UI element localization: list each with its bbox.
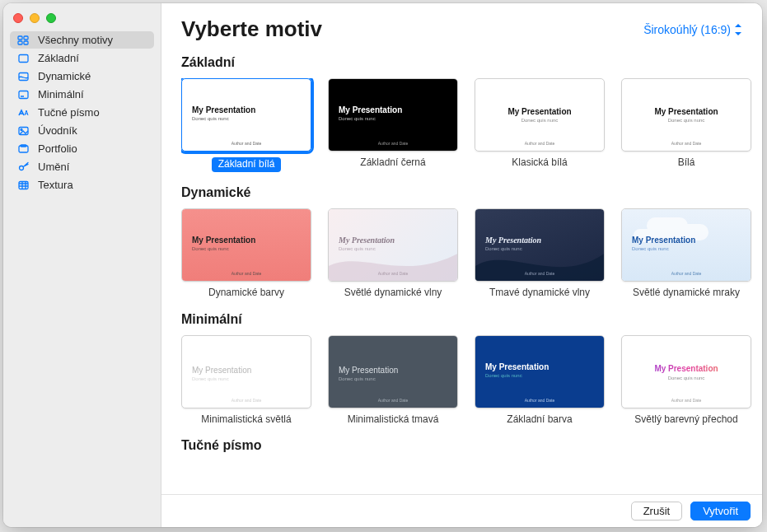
theme-label: Dynamické barvy [208,287,284,299]
window-controls [3,8,161,31]
svg-rect-3 [24,41,28,44]
theme-label: Minimalistická světlá [201,414,291,426]
theme-item[interactable]: My PresentationDonec quis nuncAuthor and… [475,208,605,299]
aspect-ratio-label: Širokoúhlý (16:9) [643,23,731,36]
theme-thumbnail: My PresentationDonec quis nuncAuthor and… [328,78,458,152]
section-2: MinimálníMy PresentationDonec quis nuncA… [181,312,762,426]
main-panel: Vyberte motiv Širokoúhlý (16:9) Základní… [161,3,762,527]
sidebar-item-4[interactable]: Tučné písmo [10,104,154,121]
maximize-icon[interactable] [46,13,56,23]
theme-item[interactable]: My PresentationDonec quis nuncAuthor and… [621,78,751,172]
sidebar-item-label: Tučné písmo [38,106,100,119]
aspect-ratio-select[interactable]: Širokoúhlý (16:9) [643,23,742,36]
grid-icon [16,35,31,46]
svg-rect-2 [18,41,22,44]
close-icon[interactable] [13,13,23,23]
sidebar-item-2[interactable]: Dynamické [10,68,154,85]
theme-item[interactable]: My PresentationDonec quis nuncAuthor and… [475,78,605,172]
sidebar-list: Všechny motivyZákladníDynamickéMinimální… [3,31,161,194]
theme-sections: ZákladníMy PresentationDonec quis nuncAu… [161,45,762,494]
theme-thumbnail: My PresentationDonec quis nuncAuthor and… [181,335,311,408]
theme-item[interactable]: My PresentationDonec quis nuncAuthor and… [475,335,605,426]
minimal-icon [16,89,31,100]
theme-row: My PresentationDonec quis nuncAuthor and… [181,78,762,172]
sidebar-item-label: Portfolio [38,142,77,155]
sidebar-item-6[interactable]: Portfolio [10,140,154,157]
theme-thumbnail: My PresentationDonec quis nuncAuthor and… [181,208,311,282]
sidebar: Všechny motivyZákladníDynamickéMinimální… [3,3,161,527]
sidebar-item-label: Textura [38,179,73,191]
theme-item[interactable]: My PresentationDonec quis nuncAuthor and… [328,335,458,426]
theme-thumbnail: My PresentationDonec quis nuncAuthor and… [328,208,458,282]
wave-icon [16,71,31,82]
sidebar-item-label: Základní [38,52,79,64]
page-title: Vyberte motiv [181,16,322,42]
theme-label: Světlý barevný přechod [634,414,737,426]
theme-thumbnail: My PresentationDonec quis nuncAuthor and… [181,78,311,152]
sidebar-item-label: Minimální [38,88,84,100]
sidebar-item-5[interactable]: Úvodník [10,122,154,139]
chevron-up-down-icon [734,24,742,35]
sidebar-item-label: Všechny motivy [38,34,113,46]
theme-label: Klasická bílá [512,157,567,169]
section-3: Tučné písmo [181,438,762,453]
theme-item[interactable]: My PresentationDonec quis nuncAuthor and… [328,78,458,172]
svg-rect-4 [19,54,28,62]
svg-point-9 [21,128,22,130]
theme-item[interactable]: My PresentationDonec quis nuncAuthor and… [181,208,311,299]
theme-thumbnail: My PresentationDonec quis nuncAuthor and… [621,78,751,152]
sidebar-item-7[interactable]: Umění [10,158,154,175]
theme-chooser-window: Všechny motivyZákladníDynamickéMinimální… [3,3,762,527]
theme-label: Základní bílá [212,157,282,172]
theme-thumbnail: My PresentationDonec quis nuncAuthor and… [475,335,605,408]
section-heading: Tučné písmo [181,438,762,453]
theme-label: Světlé dynamické vlny [344,287,442,299]
theme-label: Bílá [678,157,695,169]
theme-thumbnail: My PresentationDonec quis nuncAuthor and… [621,335,751,408]
theme-thumbnail: My PresentationDonec quis nuncAuthor and… [475,78,605,152]
section-heading: Dynamické [181,185,762,200]
section-0: ZákladníMy PresentationDonec quis nuncAu… [181,55,762,172]
theme-item[interactable]: My PresentationDonec quis nuncAuthor and… [328,208,458,299]
svg-rect-13 [19,181,28,189]
sidebar-item-1[interactable]: Základní [10,49,154,67]
theme-item[interactable]: My PresentationDonec quis nuncAuthor and… [621,208,751,299]
main-header: Vyberte motiv Širokoúhlý (16:9) [161,3,762,45]
svg-rect-6 [19,91,28,98]
theme-label: Základní barva [507,414,572,426]
theme-label: Základní černá [360,157,425,169]
sidebar-item-label: Umění [38,161,69,173]
theme-label: Minimalistická tmavá [348,414,439,426]
folder-icon [16,143,31,155]
section-heading: Základní [181,55,762,70]
create-button[interactable]: Vytvořit [690,502,751,520]
theme-item[interactable]: My PresentationDonec quis nuncAuthor and… [181,335,311,426]
sidebar-item-3[interactable]: Minimální [10,86,154,103]
section-heading: Minimální [181,312,762,327]
theme-item[interactable]: My PresentationDonec quis nuncAuthor and… [621,335,751,426]
sidebar-item-8[interactable]: Textura [10,176,154,194]
section-1: DynamickéMy PresentationDonec quis nuncA… [181,185,762,299]
svg-point-12 [20,166,24,170]
theme-thumbnail: My PresentationDonec quis nuncAuthor and… [475,208,605,282]
svg-rect-1 [24,36,28,40]
bold-icon [16,107,31,119]
art-icon [16,161,31,173]
theme-row: My PresentationDonec quis nuncAuthor and… [181,208,762,299]
footer-bar: Zrušit Vytvořit [161,494,762,527]
minimize-icon[interactable] [30,13,40,23]
theme-label: Světlé dynamické mraky [633,287,740,299]
theme-thumbnail: My PresentationDonec quis nuncAuthor and… [328,335,458,408]
sidebar-item-label: Úvodník [38,124,77,137]
photo-icon [16,125,31,137]
theme-label: Tmavé dynamické vlny [489,287,590,299]
theme-thumbnail: My PresentationDonec quis nuncAuthor and… [621,208,751,282]
svg-rect-0 [18,36,22,40]
cancel-button[interactable]: Zrušit [631,502,683,520]
texture-icon [16,180,31,191]
sidebar-item-0[interactable]: Všechny motivy [10,31,154,49]
theme-item[interactable]: My PresentationDonec quis nuncAuthor and… [181,78,311,172]
theme-row: My PresentationDonec quis nuncAuthor and… [181,335,762,426]
sidebar-item-label: Dynamické [38,70,91,82]
square-icon [16,53,31,64]
